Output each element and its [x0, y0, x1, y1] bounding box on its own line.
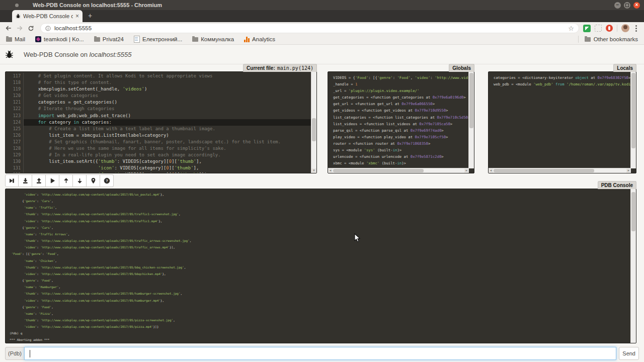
- code-line: 130 list_item.setArt({'thumb': VIDEOS[ca…: [6, 158, 311, 165]
- extension-blocker-icon[interactable]: [606, 25, 613, 32]
- bookmark-item[interactable]: Privat24: [94, 36, 124, 42]
- output-line: list_categories = <function list_categor…: [333, 114, 469, 121]
- output-line: VIDEOS = {'Food': [{'genre': 'Food', 'vi…: [333, 74, 469, 81]
- current-file-label: Current file:main.py(124): [243, 64, 317, 72]
- browser-tab[interactable]: Web-PDB Console on loca ×: [12, 10, 83, 22]
- bookmark-item[interactable]: Mail: [6, 36, 25, 42]
- output-line: 'thumb': 'http://www.vidsplay.com/wp-con…: [10, 237, 631, 244]
- site-info-icon[interactable]: [45, 26, 51, 31]
- minimize-button[interactable]: −: [614, 2, 621, 9]
- output-line: 'name': 'Chicken',: [10, 257, 631, 264]
- scrollbar-thumb[interactable]: [631, 73, 635, 148]
- pdb-prompt-row: (Pdb) Send: [5, 347, 639, 360]
- debug-button-step[interactable]: [19, 174, 32, 187]
- back-button[interactable]: [4, 24, 13, 33]
- debug-button-down[interactable]: [73, 174, 87, 187]
- folder-icon: [6, 37, 12, 42]
- code-line: 117 # Set plugin content. It allows Kodi…: [6, 73, 311, 79]
- profile-avatar[interactable]: [621, 24, 629, 32]
- output-line: 'thumb': 'http://www.vidsplay.com/wp-con…: [10, 290, 631, 297]
- scrollbar-thumb[interactable]: [333, 169, 424, 172]
- output-line: get_url = <function get_url at 0x7f9e6a0…: [333, 101, 469, 107]
- scroll-left-arrow-icon[interactable]: ◄: [489, 168, 493, 173]
- debug-toolbar: ?: [5, 174, 114, 187]
- new-tab-button[interactable]: +: [86, 12, 94, 20]
- code-line: 120 # Get video categories: [6, 93, 311, 99]
- address-bar[interactable]: localhost:5555 ☆: [40, 23, 579, 33]
- bookmark-item[interactable]: teamkodi | Ko...: [35, 36, 84, 42]
- output-line: 'name': 'Pizza',: [10, 310, 631, 317]
- bookmarks-divider: [578, 36, 579, 43]
- bookmark-star-icon[interactable]: ☆: [568, 25, 574, 32]
- other-bookmarks-button[interactable]: Other bookmarks: [578, 36, 638, 43]
- kodi-favicon-icon: [35, 36, 41, 42]
- code-line: 125 # Create a list item with a text lab…: [6, 126, 311, 132]
- locals-horizontal-scrollbar[interactable]: ◄ ►: [489, 168, 631, 173]
- extension-green-icon[interactable]: [583, 25, 591, 32]
- extension-placeholder-icon[interactable]: [595, 25, 602, 32]
- output-line: 'video': 'http://www.vidsplay.com/wp-con…: [10, 270, 631, 277]
- output-line: {'genre': 'Cars',: [10, 198, 631, 204]
- debug-button-where[interactable]: [87, 174, 100, 187]
- pdb-input-wrap: [24, 347, 616, 360]
- code-vertical-scrollbar[interactable]: ▼: [311, 72, 316, 173]
- tab-close-icon[interactable]: ×: [75, 13, 79, 19]
- debug-button-return[interactable]: [32, 174, 46, 187]
- globals-vertical-scrollbar[interactable]: [468, 72, 474, 168]
- locals-panel: Locals categories = <dictionary-keyitera…: [488, 71, 636, 173]
- toolbar-divider: [617, 25, 617, 32]
- scroll-down-arrow-icon[interactable]: ▼: [311, 168, 316, 173]
- console-vertical-scrollbar[interactable]: [630, 189, 636, 343]
- debug-button-up[interactable]: [59, 174, 73, 187]
- close-button[interactable]: ×: [633, 2, 640, 9]
- url-text[interactable]: localhost:5555: [54, 25, 92, 31]
- bookmark-label: Mail: [15, 36, 25, 42]
- bookmark-label: Analytics: [252, 36, 275, 42]
- globals-panel: Globals VIDEOS = {'Food': [{'genre': 'Fo…: [328, 71, 474, 173]
- code-line: 128 # Here we use the same image for all…: [6, 145, 311, 152]
- svg-text:?: ?: [106, 178, 108, 183]
- output-line: get_videos = <function get_videos at 0x7…: [333, 107, 469, 114]
- globals-label: Globals: [449, 64, 474, 72]
- output-line: 'Food': [{'genre': 'Food',: [10, 250, 631, 257]
- debug-button-help[interactable]: ?: [100, 174, 114, 187]
- output-line: 'name': 'Hamburger',: [10, 284, 631, 290]
- output-line: _url = 'plugin://plugin.video.example/': [333, 87, 469, 94]
- reload-button[interactable]: [26, 24, 35, 33]
- scroll-right-arrow-icon[interactable]: ►: [464, 168, 469, 173]
- pdb-prompt-label: (Pdb): [5, 347, 24, 360]
- bookmark-item[interactable]: Analytics: [244, 36, 275, 42]
- output-line: (Pdb) q: [10, 330, 631, 336]
- maximize-button[interactable]: [624, 2, 630, 9]
- window-title: Web-PDB Console on localhost:5555 - Chro…: [33, 2, 162, 8]
- output-line: get_categories = <function get_categorie…: [333, 94, 469, 101]
- scrollbar-thumb[interactable]: [312, 118, 316, 141]
- page-header: Web-PDB Console on localhost:5555: [0, 45, 644, 64]
- output-line: 'video': 'http://www.vidsplay.com/wp-con…: [10, 191, 631, 198]
- globals-horizontal-scrollbar[interactable]: ◄ ►: [328, 168, 469, 173]
- bug-favicon-icon: [16, 14, 21, 19]
- browser-menu-button[interactable]: [635, 25, 637, 32]
- console-lines: 'video': 'http://www.vidsplay.com/wp-con…: [6, 189, 631, 343]
- pdb-command-input[interactable]: [25, 347, 616, 359]
- send-button[interactable]: Send: [619, 347, 639, 360]
- output-line: 'thumb': 'http://www.vidsplay.com/wp-con…: [10, 264, 631, 270]
- output-line: _handle = 1: [333, 81, 469, 87]
- scrollbar-thumb[interactable]: [494, 169, 594, 172]
- output-line: sys = <module 'sys' (built-in)>: [333, 147, 469, 153]
- locals-vertical-scrollbar[interactable]: [630, 72, 636, 168]
- debug-button-continue[interactable]: [46, 174, 59, 187]
- bookmark-item[interactable]: Електронний...: [134, 36, 182, 43]
- output-line: 'video': 'http://www.vidsplay.com/wp-con…: [10, 323, 631, 330]
- scroll-right-arrow-icon[interactable]: ►: [626, 168, 631, 173]
- scroll-left-arrow-icon[interactable]: ◄: [328, 168, 333, 173]
- scrollbar-thumb[interactable]: [631, 192, 635, 231]
- bookmark-item[interactable]: Коммуналка: [192, 36, 234, 42]
- output-line: 'video': 'http://www.vidsplay.com/wp-con…: [10, 218, 631, 224]
- bookmark-label: Privat24: [103, 36, 124, 42]
- output-line: *** Aborting addon ***: [10, 336, 631, 343]
- code-line: 126 list_item = xbmcgui.ListItem(label=c…: [6, 132, 311, 139]
- scrollbar-thumb[interactable]: [469, 73, 473, 128]
- forward-button[interactable]: [15, 24, 24, 33]
- debug-button-next[interactable]: [5, 174, 19, 187]
